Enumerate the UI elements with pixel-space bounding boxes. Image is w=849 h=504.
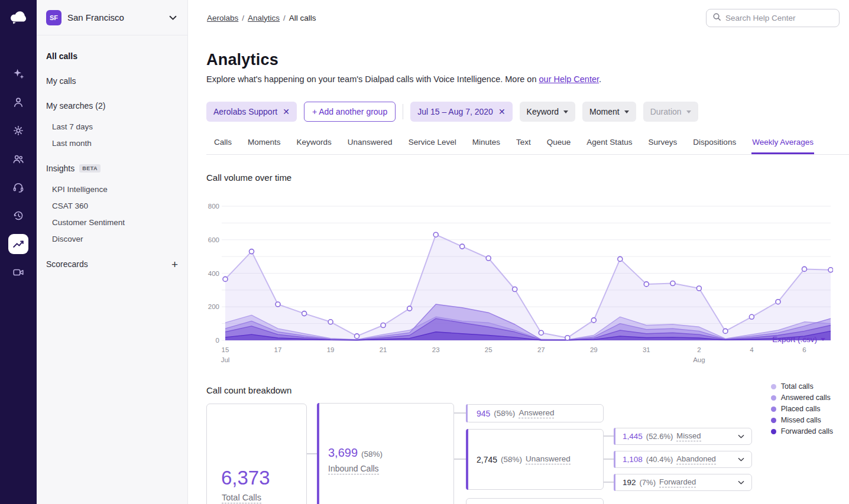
sidebar-nav: All callsMy callsMy searches (2)Last 7 d… [37,35,187,277]
tab-agent-status[interactable]: Agent Status [586,138,633,154]
sparkles-icon[interactable] [8,64,28,84]
missed-pct: (52.6%) [646,432,673,441]
filter-dropdown-duration[interactable]: Duration [643,102,698,122]
breadcrumb-separator: / [283,14,286,22]
team-selector[interactable]: SF San Francisco [37,0,187,35]
add-group-button[interactable]: + Add another group [304,102,396,122]
svg-text:Aug: Aug [693,356,705,363]
breadcrumb-all-calls: All calls [289,14,316,22]
answered-pct: (58%) [494,409,515,418]
filter-chip-daterange[interactable]: Jul 15 – Aug 7, 2020 ✕ [410,102,512,122]
tab-minutes[interactable]: Minutes [472,138,501,154]
tab-moments[interactable]: Moments [247,138,281,154]
tab-surveys[interactable]: Surveys [648,138,678,154]
sidebar-item-discover[interactable]: Discover [37,230,187,247]
remove-icon[interactable]: ✕ [498,107,505,116]
main-area: Aerolabs/Analytics/All calls Analytics E… [188,0,849,504]
history-icon[interactable] [8,206,28,226]
tab-service-level[interactable]: Service Level [408,138,457,154]
forwarded-label[interactable]: Forwarded [659,477,696,487]
tab-dispositions[interactable]: Dispositions [692,138,737,154]
answered-calls-box: 945 (58%) Answered [466,404,604,422]
tab-calls[interactable]: Calls [213,138,232,154]
filter-dropdown-label: Moment [589,107,620,116]
total-calls-label[interactable]: Total Calls [222,493,261,503]
sidebar-item-last-month[interactable]: Last month [37,135,187,151]
svg-text:15: 15 [222,346,229,353]
export-csv-link[interactable]: Export (.csv) [772,335,825,344]
missed-label[interactable]: Missed [676,431,701,441]
inbound-calls-label[interactable]: Inbound Calls [328,464,379,474]
svg-text:0: 0 [216,337,219,344]
sidebar-item-all-calls[interactable]: All calls [37,44,187,69]
settings-icon[interactable] [8,121,28,141]
tab-keywords[interactable]: Keywords [296,138,332,154]
remove-icon[interactable]: ✕ [283,107,290,116]
tab-queue[interactable]: Queue [546,138,572,154]
chevron-down-icon[interactable] [738,457,744,462]
sidebar-item-label: CSAT 360 [52,201,88,210]
svg-text:200: 200 [208,303,219,310]
video-icon[interactable] [8,262,28,282]
connector-line [604,435,614,437]
legend-item-answered-calls: Answered calls [771,394,833,402]
sidebar-item-label: KPI Intelligence [52,185,108,194]
chevron-down-icon[interactable] [738,434,744,439]
connector-line [604,482,614,483]
help-center-link[interactable]: our Help Center [539,74,600,84]
sidebar-item-scorecards[interactable]: Scorecards+ [37,252,187,277]
add-scorecard-button[interactable]: + [171,259,178,270]
tab-text[interactable]: Text [516,138,532,154]
sidebar-item-my-searches-2[interactable]: My searches (2) [37,93,187,118]
sidebar-item-csat-360[interactable]: CSAT 360 [37,197,187,214]
sidebar-item-kpi-intelligence[interactable]: KPI Intelligence [37,181,187,197]
filter-dropdown-keyword[interactable]: Keyword [520,102,575,122]
svg-text:19: 19 [327,346,335,353]
sidebar-item-label: Last month [52,139,92,148]
main-header: Aerolabs/Analytics/All calls [188,0,849,35]
tab-unanswered[interactable]: Unanswered [347,138,393,154]
answered-label[interactable]: Answered [519,408,554,418]
svg-text:2: 2 [697,346,701,353]
call-count-breakdown: Call count breakdown Total callsAnswered… [206,385,833,504]
sidebar-item-label: Insights [46,164,74,173]
caret-down-icon [821,338,825,341]
chart-canvas: 020040060080015Jul17192123252729312Aug46 [206,200,833,365]
abandoned-value: 1,108 [623,455,643,464]
sidebar-item-insights[interactable]: InsightsBETA [37,156,187,181]
support-icon[interactable] [8,177,28,197]
svg-text:23: 23 [432,346,440,353]
chart-title: Call volume over time [206,173,833,183]
filter-bar: Aerolabs Support ✕ + Add another group J… [206,102,833,122]
inbound-calls-box: 3,699(58%) Inbound Calls [317,403,454,504]
chevron-down-icon[interactable] [738,480,744,485]
sidebar-item-label: Customer Sentiment [52,218,125,227]
connector-line [307,453,317,454]
team-avatar: SF [46,10,61,25]
sidebar: SF San Francisco All callsMy callsMy sea… [37,0,188,504]
sidebar-item-my-calls[interactable]: My calls [37,69,187,93]
sidebar-item-customer-sentiment[interactable]: Customer Sentiment [37,214,187,230]
abandoned-calls-box: 1,108(40.4%)Abandoned [614,451,752,468]
search-icon [712,12,721,24]
analytics-icon[interactable] [8,234,28,254]
legend-label: Answered calls [781,394,831,402]
help-search [706,9,840,27]
contacts-icon[interactable] [8,149,28,169]
abandoned-label[interactable]: Abandoned [676,454,716,464]
filter-chip-group-label: Aerolabs Support [213,107,277,116]
breadcrumb-aerolabs[interactable]: Aerolabs [207,14,238,22]
sidebar-item-last-7-days[interactable]: Last 7 days [37,118,187,135]
total-calls-box: 6,373 Total Calls [206,404,307,504]
filter-chip-group[interactable]: Aerolabs Support ✕ [206,102,297,122]
subtitle-text: Explore what's happening on your team's … [206,74,536,84]
user-icon[interactable] [8,92,28,112]
breadcrumb: Aerolabs/Analytics/All calls [207,14,316,22]
breadcrumb-analytics[interactable]: Analytics [248,14,280,22]
unanswered-label[interactable]: Unanswered [526,454,571,464]
filter-dropdown-moment[interactable]: Moment [582,102,636,122]
filter-chip-daterange-label: Jul 15 – Aug 7, 2020 [417,107,493,116]
tab-weekly-averages[interactable]: Weekly Averages [751,138,814,154]
abandoned-pct: (40.4%) [646,455,673,464]
search-input[interactable] [725,14,833,22]
